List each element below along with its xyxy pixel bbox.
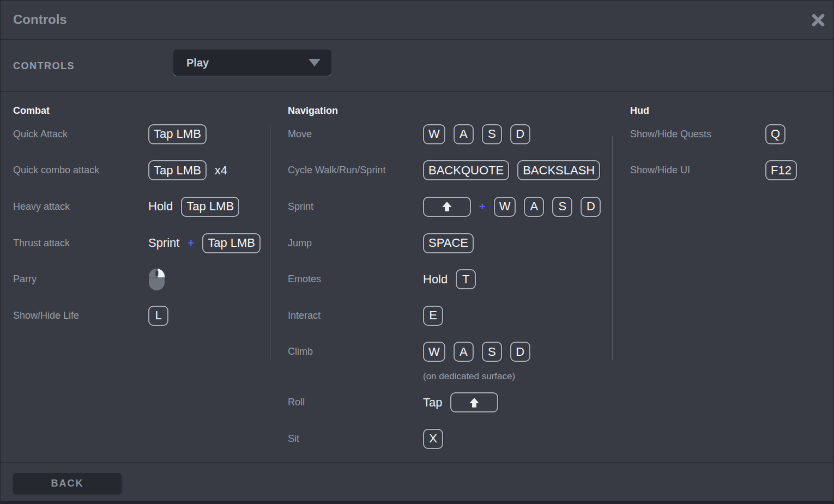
shift-key-badge: [423, 197, 471, 217]
chevron-down-icon: [309, 59, 321, 66]
section-title: Hud: [630, 105, 832, 116]
section-navigation: NavigationMoveWASDCycle Walk/Run/SprintB…: [288, 92, 604, 457]
control-row: InteractE: [288, 297, 604, 334]
key-group-with-note: WASD(on dedicated surface): [423, 334, 530, 382]
dialog-title: Controls: [13, 12, 67, 27]
key-group: Tap LMB: [148, 124, 207, 144]
section-title: Combat: [13, 105, 264, 116]
key-badge: A: [454, 342, 474, 362]
key-badge: A: [524, 197, 544, 217]
control-row: SitX: [288, 421, 604, 457]
control-label: Show/Hide UI: [630, 165, 765, 176]
control-row: Sprint+WASD: [288, 189, 604, 225]
control-label: Interact: [288, 310, 423, 321]
control-label: Show/Hide Life: [13, 310, 148, 321]
control-row: Heavy attackHoldTap LMB: [13, 189, 264, 225]
key-badge: Tap LMB: [202, 233, 261, 253]
key-badge: Q: [765, 124, 785, 144]
control-label: Parry: [13, 274, 148, 285]
key-group: +WASD: [423, 197, 601, 217]
key-badge: L: [148, 306, 168, 326]
dropdown-selected-value: Play: [186, 57, 209, 69]
key-badge: X: [423, 429, 443, 449]
key-badge: BACKQUOTE: [423, 160, 509, 180]
control-row: Show/Hide QuestsQ: [630, 116, 832, 153]
control-label: Quick Attack: [13, 129, 148, 140]
binding-modifier-text: Sprint: [148, 236, 179, 250]
binding-modifier-text: x4: [215, 163, 227, 178]
control-label: Move: [288, 129, 423, 140]
close-icon: [810, 12, 826, 28]
key-badge: W: [423, 342, 445, 362]
footer-bar: BACK: [1, 462, 833, 503]
shift-key-badge: [450, 392, 498, 412]
close-button[interactable]: [808, 10, 829, 31]
key-group: HoldT: [423, 269, 476, 289]
key-group: SPACE: [423, 233, 474, 253]
key-group: E: [423, 306, 443, 326]
key-badge: W: [494, 197, 516, 217]
control-label: Quick combo attack: [13, 165, 148, 176]
control-row: Quick combo attackTap LMBx4: [13, 153, 264, 189]
control-label: Roll: [288, 397, 423, 408]
key-badge: D: [581, 197, 601, 217]
key-group: BACKQUOTEBACKSLASH: [423, 160, 600, 180]
controls-bar-label: CONTROLS: [13, 40, 75, 92]
shift-arrow-icon: [467, 397, 481, 409]
key-badge: BACKSLASH: [517, 160, 600, 180]
key-group: Tap: [423, 392, 498, 412]
key-badge: D: [510, 342, 530, 362]
key-badge: S: [552, 197, 572, 217]
controls-selector-bar: CONTROLS Play: [1, 40, 833, 92]
key-group: Tap LMBx4: [148, 160, 227, 180]
plus-separator: +: [479, 201, 486, 213]
control-row: EmotesHoldT: [288, 261, 604, 297]
key-group: F12: [765, 160, 797, 180]
key-badge: T: [456, 269, 476, 289]
binding-note: (on dedicated surface): [423, 371, 530, 382]
control-label: Jump: [288, 238, 423, 249]
key-badge: Tap LMB: [148, 124, 207, 144]
binding-modifier-text: Hold: [423, 272, 448, 287]
title-bar: Controls: [1, 1, 833, 40]
shift-arrow-icon: [440, 201, 454, 212]
control-row: Quick AttackTap LMB: [13, 116, 264, 153]
section-title: Navigation: [288, 105, 604, 116]
mouse-right-button-icon: [148, 268, 165, 291]
key-badge: SPACE: [423, 233, 474, 253]
control-label: Show/Hide Quests: [630, 129, 765, 140]
key-group: X: [423, 429, 443, 449]
key-badge: Tap LMB: [181, 197, 239, 217]
key-badge: S: [482, 342, 502, 362]
controls-dialog: Controls CONTROLS Play CombatQuick Attac…: [0, 0, 834, 504]
key-badge: D: [510, 124, 530, 144]
key-group: Sprint+Tap LMB: [148, 233, 261, 253]
key-badge: W: [423, 124, 445, 144]
back-button[interactable]: BACK: [13, 473, 122, 494]
plus-separator: +: [188, 237, 194, 250]
key-group: WASD: [423, 124, 530, 144]
key-badge: F12: [765, 160, 797, 180]
control-label: Emotes: [288, 274, 423, 285]
binding-modifier-text: Tap: [423, 396, 442, 410]
key-group: L: [148, 306, 168, 326]
controls-mode-dropdown[interactable]: Play: [173, 50, 331, 76]
control-row: MoveWASD: [288, 116, 604, 153]
control-row: JumpSPACE: [288, 225, 604, 262]
key-badge: A: [454, 124, 474, 144]
key-group: [148, 268, 165, 291]
column-divider: [270, 125, 270, 359]
control-row: RollTap: [288, 385, 604, 421]
section-combat: CombatQuick AttackTap LMBQuick combo att…: [13, 92, 264, 334]
binding-modifier-text: Hold: [148, 199, 173, 214]
bindings-content: CombatQuick AttackTap LMBQuick combo att…: [1, 92, 833, 462]
column-divider: [612, 136, 613, 360]
control-row: ClimbWASD(on dedicated surface): [288, 334, 604, 385]
control-row: Show/Hide UIF12: [630, 153, 832, 189]
key-group: Q: [765, 124, 785, 144]
control-row: Show/Hide LifeL: [13, 297, 264, 334]
key-group: WASD: [423, 334, 530, 371]
control-row: Thrust attackSprint+Tap LMB: [13, 225, 264, 262]
key-badge: E: [423, 306, 443, 326]
key-badge: Tap LMB: [148, 160, 207, 180]
